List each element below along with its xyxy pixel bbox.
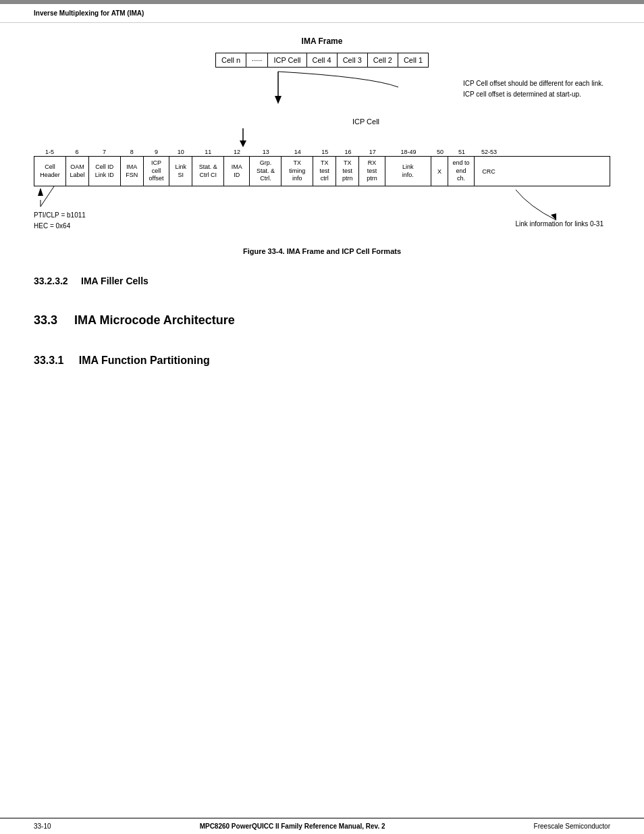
num-18-49: 18-49 (385, 149, 431, 155)
num-9: 9 (143, 149, 169, 155)
frame-cell-4: Cell 4 (307, 53, 338, 67)
num-11: 11 (192, 149, 224, 155)
frame-top-row: Cell n ····· ICP Cell Cell 4 Cell 3 Cell… (34, 53, 610, 68)
col-tx-test-ptrn: TXtestptrn (336, 157, 359, 186)
icp-detail-table: CellHeader OAMLabel Cell IDLink ID IMAFS… (34, 156, 610, 186)
frame-cell-icp: ICP Cell (268, 53, 306, 67)
col-icp-offset: ICPcelloffset (144, 157, 169, 186)
num-8: 8 (120, 149, 143, 155)
svg-marker-3 (240, 140, 246, 147)
frame-cell-1: Cell 1 (398, 53, 428, 67)
pti-annotation: PTI/CLP = b1011 HEC = 0x64 (34, 210, 86, 232)
num-16: 16 (336, 149, 359, 155)
section-333-title: IMA Microcode Architecture (74, 313, 235, 327)
col-link-info: Linkinfo. (385, 157, 431, 186)
byte-numbers-row: 1-5 6 7 8 9 10 11 12 13 14 15 16 17 18-4… (34, 149, 610, 155)
arrow-area: ICP Cell offset should be different for … (34, 70, 610, 118)
icp-note: ICP Cell offset should be different for … (463, 78, 603, 100)
ima-frame-section: IMA Frame Cell n ····· ICP Cell Cell 4 C… (34, 36, 610, 255)
col-tx-test-ctrl: TXtestctrl (313, 157, 336, 186)
footer-manual-title: MPC8260 PowerQUICC II Family Reference M… (51, 823, 534, 830)
pti-line1: PTI/CLP = b1011 (34, 211, 86, 219)
arrow2-area (34, 128, 610, 149)
footer-area: 33-10 MPC8260 PowerQUICC II Family Refer… (0, 818, 644, 834)
annotations-area: PTI/CLP = b1011 HEC = 0x64 Link informat… (34, 186, 610, 240)
header-title: Inverse Multiplexing for ATM (IMA) (34, 9, 144, 17)
col-stat-ctrl: Stat. &Ctrl CI (192, 157, 224, 186)
col-x: X (431, 157, 449, 186)
col-ima-fsn: IMAFSN (121, 157, 144, 186)
figure-caption: Figure 33-4. IMA Frame and ICP Cell Form… (34, 247, 610, 255)
section-3331-heading: 33.3.1 IMA Function Partitioning (34, 355, 610, 367)
num-17: 17 (359, 149, 385, 155)
section-333-number: 33.3 (34, 313, 57, 327)
page-container: Inverse Multiplexing for ATM (IMA) IMA F… (0, 0, 644, 834)
num-52-53: 52-53 (475, 149, 504, 155)
svg-line-4 (41, 186, 54, 207)
frame-cell-3: Cell 3 (338, 53, 368, 67)
content-area: IMA Frame Cell n ····· ICP Cell Cell 4 C… (0, 23, 644, 818)
section-3331-title: IMA Function Partitioning (79, 355, 210, 366)
num-7: 7 (88, 149, 120, 155)
num-13: 13 (250, 149, 281, 155)
footer-page-number: 33-10 (34, 823, 51, 830)
num-14: 14 (281, 149, 313, 155)
col-cell-header: CellHeader (34, 157, 66, 186)
num-51: 51 (449, 149, 475, 155)
col-grp-stat: Grp.Stat. &Ctrl. (250, 157, 281, 186)
col-rx-test-ptrn: RXtestptrn (359, 157, 385, 186)
col-tx-timing: TXtiminginfo (281, 157, 313, 186)
num-10: 10 (169, 149, 192, 155)
num-1-5: 1-5 (34, 149, 65, 155)
pti-line2: HEC = 0x64 (34, 222, 70, 230)
num-12: 12 (224, 149, 250, 155)
icp-cell-label: ICP Cell (122, 118, 610, 126)
section-332-number: 33.2.3.2 (34, 276, 68, 286)
frame-cell-2: Cell 2 (368, 53, 398, 67)
frame-cell-dots: ····· (246, 53, 268, 67)
col-crc: CRC (475, 157, 504, 186)
arrow2-svg (34, 128, 610, 149)
col-link-si: LinkSI (169, 157, 192, 186)
icp-note-line2: ICP cell offset is determined at start-u… (463, 90, 581, 98)
section-332-title: IMA Filler Cells (81, 276, 149, 286)
icp-note-line1: ICP Cell offset should be different for … (463, 80, 603, 87)
col-oam-label: OAMLabel (66, 157, 89, 186)
footer-company: Freescale Semiconductor (534, 823, 610, 830)
frame-cell-n: Cell n (216, 53, 246, 67)
svg-marker-1 (275, 96, 281, 104)
num-6: 6 (65, 149, 88, 155)
header-bar: Inverse Multiplexing for ATM (IMA) (0, 4, 644, 23)
section-332-heading: 33.2.3.2 IMA Filler Cells (34, 276, 610, 286)
col-end-ch: end toendch. (448, 157, 474, 186)
svg-marker-6 (38, 188, 43, 196)
ima-frame-title: IMA Frame (34, 36, 610, 46)
num-50: 50 (431, 149, 449, 155)
frame-cells-container: Cell n ····· ICP Cell Cell 4 Cell 3 Cell… (215, 53, 429, 68)
col-cell-id: Cell IDLink ID (89, 157, 121, 186)
link-info-annotation: Link information for links 0-31 (515, 220, 603, 228)
num-15: 15 (313, 149, 336, 155)
section-333-heading: 33.3 IMA Microcode Architecture (34, 313, 610, 328)
section-3331-number: 33.3.1 (34, 355, 63, 366)
col-ima-id: IMAID (224, 157, 250, 186)
